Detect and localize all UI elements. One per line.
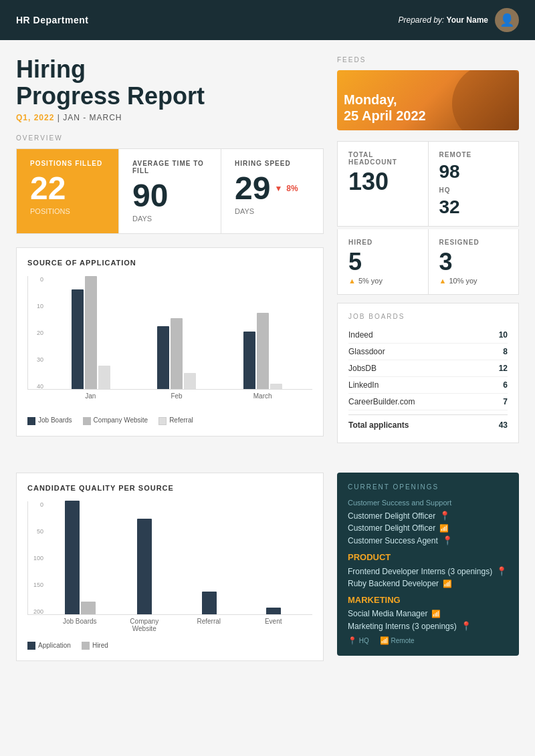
cq-group-referral bbox=[177, 592, 241, 614]
source-chart-section: SOURCE OF APPLICATION 40 30 20 10 0 bbox=[16, 247, 324, 436]
right-column: FEEDS Monday, 25 April 2022 TOTAL HEADCO… bbox=[337, 56, 519, 443]
openings-legend: 📍 HQ 📶 Remote bbox=[348, 636, 508, 645]
legend-referral-icon bbox=[158, 417, 167, 425]
hq-label: HQ bbox=[439, 186, 508, 194]
cq-chart-legend: Application Hired bbox=[27, 642, 312, 650]
cq-chart-box: CANDIDATE QUALITY PER SOURCE 200 150 100… bbox=[16, 473, 324, 661]
location-icon-4: 📍 bbox=[461, 621, 471, 631]
y-axis-labels: 40 30 20 10 0 bbox=[27, 276, 46, 390]
job-boards-section: JOB BOARDS Indeed 10 Glassdoor 8 JobsDB … bbox=[337, 303, 519, 443]
legend-application-icon bbox=[27, 642, 35, 650]
resigned-label: RESIGNED bbox=[439, 239, 508, 246]
opening-cdo-remote: Customer Delight Officer 📶 bbox=[348, 523, 508, 533]
positions-filled-card: POSITIONS FILLED 22 POSITIONS bbox=[17, 149, 119, 233]
preparer-name: Your Name bbox=[447, 15, 488, 25]
header-title: HR Department bbox=[16, 15, 88, 25]
cq-group-event bbox=[241, 608, 306, 614]
dept-css-label: Customer Success and Support bbox=[348, 499, 508, 507]
cq-bar-event-application bbox=[266, 608, 281, 614]
opening-cdo-hq: Customer Delight Officer 📍 bbox=[348, 511, 508, 521]
cq-group-company bbox=[112, 519, 177, 614]
location-icon-3: 📍 bbox=[496, 566, 507, 576]
candidate-quality-section: CANDIDATE QUALITY PER SOURCE 200 150 100… bbox=[16, 459, 324, 661]
avg-time-card: AVERAGE TIME TO FILL 90 DAYS bbox=[119, 149, 221, 233]
cq-chart-title: CANDIDATE QUALITY PER SOURCE bbox=[27, 484, 312, 492]
hiring-speed-label: HIRING SPEED bbox=[235, 160, 310, 167]
positions-filled-sub: POSITIONS bbox=[30, 207, 105, 215]
hiring-speed-value: 29 bbox=[235, 172, 270, 205]
bar-march-jobboards bbox=[243, 332, 255, 389]
total-applicants-value: 43 bbox=[499, 420, 508, 430]
job-boards-label: JOB BOARDS bbox=[348, 313, 508, 320]
current-openings-section: CURRENT OPENINGS Customer Success and Su… bbox=[337, 459, 519, 661]
banner: Monday, 25 April 2022 bbox=[337, 70, 519, 130]
hiring-speed-value-row: 29 ▼ 8% bbox=[235, 172, 310, 205]
opening-fdi-hq: Frontend Developer Interns (3 openings) … bbox=[348, 566, 508, 576]
wifi-icon-3: 📶 bbox=[431, 610, 441, 618]
source-chart-legend: Job Boards Company Website Referral bbox=[27, 416, 312, 424]
opening-rbd-remote: Ruby Backend Developer 📶 bbox=[348, 579, 508, 588]
legend-remote-icon: 📶 bbox=[380, 636, 389, 644]
remote-label: REMOTE bbox=[439, 151, 508, 158]
resigned-value: 3 bbox=[439, 250, 508, 274]
jb-row-indeed: Indeed 10 bbox=[348, 327, 508, 344]
left-column: Hiring Progress Report Q1, 2022 | JAN - … bbox=[16, 56, 324, 443]
legend-jobboards-icon bbox=[27, 417, 35, 425]
openings-box: CURRENT OPENINGS Customer Success and Su… bbox=[337, 473, 519, 656]
feeds-headcount-grid: TOTAL HEADCOUNT 130 REMOTE 98 HQ 32 bbox=[337, 141, 519, 227]
cq-bar-jb-hired bbox=[81, 602, 96, 614]
down-arrow-icon: ▼ bbox=[274, 184, 282, 193]
jb-row-glassdoor: Glassdoor 8 bbox=[348, 344, 508, 360]
hq-value: 32 bbox=[439, 198, 508, 217]
hired-value: 5 bbox=[348, 250, 417, 274]
location-icon-2: 📍 bbox=[442, 535, 453, 545]
cq-bar-ref-application bbox=[202, 592, 217, 614]
dept-marketing-title: MARKETING bbox=[348, 595, 508, 605]
jb-row-jobsdb: JobsDB 12 bbox=[348, 360, 508, 377]
overview-label: OVERVIEW bbox=[16, 134, 324, 142]
cq-bar-cw-application bbox=[137, 519, 152, 614]
bar-group-jan bbox=[48, 276, 134, 389]
opening-csa-hq: Customer Success Agent 📍 bbox=[348, 535, 508, 545]
jb-row-careerbuilder: CareerBuilder.com 7 bbox=[348, 394, 508, 410]
bar-feb-company bbox=[171, 318, 183, 389]
x-axis-labels: Jan Feb March bbox=[27, 392, 312, 400]
resigned-yoy: ▲ 10% yoy bbox=[439, 277, 508, 285]
feeds-label: FEEDS bbox=[337, 56, 519, 64]
hired-label: HIRED bbox=[348, 239, 417, 246]
avatar: 👤 bbox=[495, 8, 519, 32]
avg-time-value: 90 bbox=[132, 180, 207, 212]
positions-filled-label: POSITIONS FILLED bbox=[30, 160, 105, 167]
banner-decoration bbox=[452, 70, 519, 130]
remote-value: 98 bbox=[439, 162, 508, 181]
bar-march-company bbox=[257, 313, 269, 389]
wifi-icon: 📶 bbox=[439, 524, 449, 533]
total-headcount-card: TOTAL HEADCOUNT 130 bbox=[338, 142, 429, 226]
cq-bar-jb-application bbox=[65, 501, 80, 614]
source-chart-title: SOURCE OF APPLICATION bbox=[27, 259, 312, 267]
remote-hq-card: REMOTE 98 HQ 32 bbox=[429, 142, 519, 226]
report-period: Q1, 2022 | JAN - MARCH bbox=[16, 113, 324, 122]
bar-march-referral bbox=[270, 384, 282, 389]
dept-product-title: PRODUCT bbox=[348, 552, 508, 562]
header: HR Department Prepared by: Your Name 👤 bbox=[0, 0, 535, 40]
bar-group-march bbox=[220, 313, 306, 389]
total-headcount-value: 130 bbox=[348, 170, 417, 194]
cq-group-jobboards bbox=[48, 501, 112, 614]
avg-time-sub: DAYS bbox=[132, 215, 207, 223]
hiring-speed-card: HIRING SPEED 29 ▼ 8% DAYS bbox=[221, 149, 323, 233]
positions-filled-value: 22 bbox=[30, 172, 105, 205]
legend-hired-icon bbox=[82, 642, 90, 650]
up-arrow-icon: ▲ bbox=[348, 277, 356, 285]
openings-label: CURRENT OPENINGS bbox=[348, 483, 508, 491]
opening-smm-remote: Social Media Manager 📶 bbox=[348, 609, 508, 618]
header-right: Prepared by: Your Name 👤 bbox=[398, 8, 519, 32]
wifi-icon-2: 📶 bbox=[443, 580, 452, 588]
feeds-hired-grid: HIRED 5 ▲ 5% yoy RESIGNED 3 ▲ 10% yoy bbox=[337, 229, 519, 295]
bar-feb-referral bbox=[184, 373, 196, 389]
bar-jan-company bbox=[85, 276, 97, 389]
legend-company-icon bbox=[83, 417, 91, 425]
hired-card: HIRED 5 ▲ 5% yoy bbox=[338, 229, 429, 294]
bar-jan-jobboards bbox=[72, 289, 84, 389]
avg-time-label: AVERAGE TIME TO FILL bbox=[132, 160, 207, 174]
